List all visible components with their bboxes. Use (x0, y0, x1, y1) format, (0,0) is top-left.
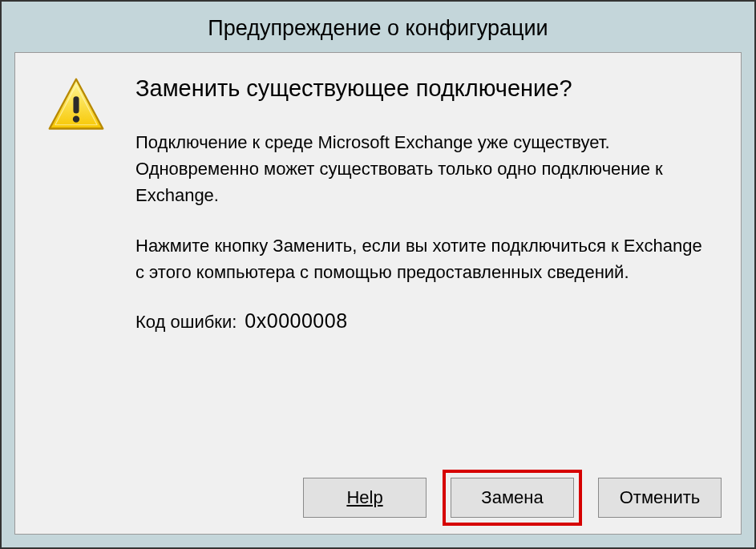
highlighted-button-frame: Замена (443, 470, 582, 526)
text-block: Заменить существующее подключение? Подкл… (135, 72, 722, 333)
warning-icon (46, 75, 107, 136)
replace-button[interactable]: Замена (451, 478, 574, 518)
error-label: Код ошибки: (135, 312, 237, 333)
help-button-label: Help (346, 487, 382, 508)
svg-point-3 (73, 115, 79, 122)
dialog-paragraph-1: Подключение к среде Microsoft Exchange у… (135, 129, 714, 208)
error-code: 0x0000008 (245, 309, 347, 333)
help-button[interactable]: Help (303, 478, 427, 518)
dialog-paragraph-2: Нажмите кнопку Заменить, если вы хотите … (135, 232, 714, 285)
button-row: Help Замена Отменить (34, 462, 722, 518)
cancel-button[interactable]: Отменить (598, 478, 722, 518)
dialog-heading: Заменить существующее подключение? (135, 72, 714, 105)
error-row: Код ошибки: 0x0000008 (135, 309, 714, 333)
dialog-content: Заменить существующее подключение? Подкл… (14, 52, 742, 535)
dialog-title: Предупреждение о конфигурации (2, 2, 754, 52)
content-row: Заменить существующее подключение? Подкл… (34, 72, 722, 333)
svg-rect-2 (73, 96, 79, 113)
